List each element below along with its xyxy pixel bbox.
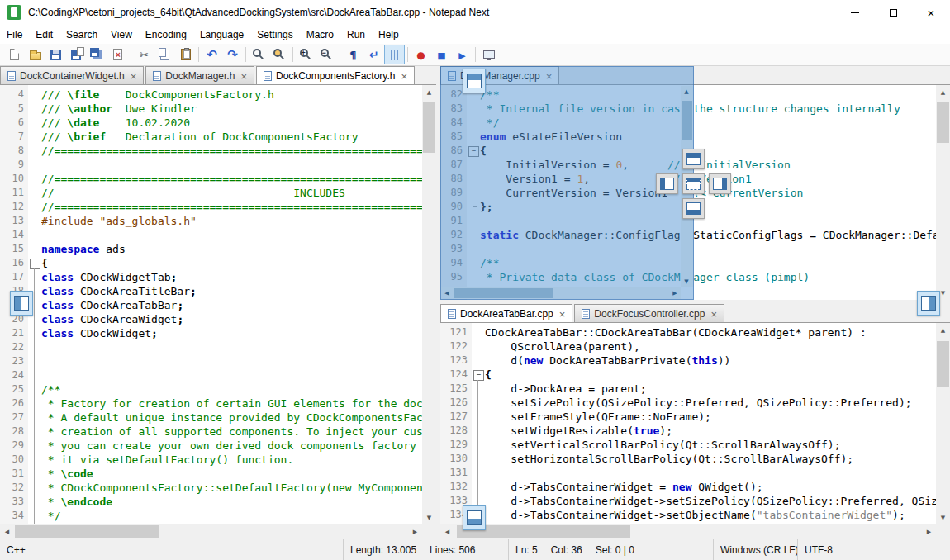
dock-edge-indicator-top[interactable] [463,69,486,93]
dock-edge-indicator-bottom[interactable] [463,505,486,530]
copy-button[interactable] [154,45,175,64]
scroll-left-icon[interactable]: ◀ [0,524,14,539]
dock-edge-indicator-left[interactable] [10,291,33,316]
fold-margin [28,242,41,256]
tab-close-icon[interactable]: × [559,309,566,320]
scrollbar-thumb[interactable] [423,102,435,153]
code-text: * \endcode [41,495,422,509]
code-editor-dockcomponentsfactory[interactable]: 4/// \file DockComponentsFactory.h5/// \… [0,85,436,539]
replace-button[interactable] [269,45,290,64]
paste-button[interactable] [175,45,196,64]
tab-dockcomponentsfactory.h[interactable]: DockComponentsFactory.h× [256,66,415,85]
drop-area-right[interactable] [709,173,731,194]
left-tab-bar: DockContainerWidget.h×DockManager.h×Dock… [0,66,436,85]
vertical-scrollbar[interactable]: ▲ ▼ [936,85,950,300]
close-file-button[interactable] [107,45,128,64]
menu-item-language[interactable]: Language [193,25,250,44]
window-title: C:\CodingXP\cetoni_projects_64bit\QtAdva… [28,7,836,18]
scroll-down-icon[interactable]: ▼ [422,510,436,524]
single-view-button[interactable] [478,45,499,64]
macro-stop-button[interactable] [431,45,452,64]
tab-close-icon[interactable]: × [401,71,407,82]
code-line: 4/// \file DockComponentsFactory.h [0,88,422,102]
macro-play-button[interactable] [452,45,473,64]
dock-top-icon [467,74,482,88]
line-number: 131 [440,466,472,480]
scroll-right-icon[interactable]: ▶ [408,524,422,539]
show-all-characters-button[interactable] [343,45,363,64]
zoom-out-button[interactable] [316,45,337,64]
save-file-button[interactable] [45,45,66,64]
code-editor-dockareatabbar[interactable]: 121CDockAreaTabBar::CDockAreaTabBar(CDoc… [440,323,950,539]
scrollbar-thumb[interactable] [15,525,159,538]
menu-item-view[interactable]: View [104,25,139,44]
drop-area-bottom[interactable] [682,198,705,219]
tab-close-icon[interactable]: × [131,71,137,82]
left-code[interactable]: 4/// \file DockComponentsFactory.h5/// \… [0,85,422,524]
scroll-left-icon[interactable]: ◀ [440,524,454,539]
code-line: 129 setVerticalScrollBarPolicy(Qt::Scrol… [440,438,936,452]
fold-marker[interactable] [28,256,41,270]
tab-dockmanager.h[interactable]: DockManager.h× [145,66,254,85]
fold-marker[interactable] [472,368,485,382]
status-text: Windows (CR LF) [720,544,798,556]
status-text: Length: 13.005 [350,544,416,556]
save-all-button[interactable] [87,45,107,64]
scrollbar-thumb[interactable] [937,341,949,387]
menu-item-encoding[interactable]: Encoding [139,25,193,44]
code-line: 14 [0,228,422,242]
line-number: 29 [0,439,28,453]
tab-close-icon[interactable]: × [710,309,717,320]
scroll-right-icon[interactable]: ▶ [922,524,936,539]
word-wrap-button[interactable] [363,45,384,64]
indentation-guides-button[interactable] [384,45,405,64]
save-file-icon [50,50,61,60]
bottom-right-code[interactable]: 121CDockAreaTabBar::CDockAreaTabBar(CDoc… [440,323,936,524]
tab-dockfocuscontroller.cpp[interactable]: DockFocusController.cpp× [574,304,724,323]
menu-item-settings[interactable]: Settings [250,25,299,44]
drop-area-center[interactable] [682,173,705,194]
menu-item-macro[interactable]: Macro [300,25,340,44]
line-number: 123 [440,354,472,368]
tab-dockcontainerwidget.h[interactable]: DockContainerWidget.h× [0,66,144,85]
find-button[interactable] [249,45,269,64]
minimize-button[interactable] [836,0,874,25]
tab-dockareatabbar.cpp[interactable]: DockAreaTabBar.cpp× [440,304,572,323]
menu-item-edit[interactable]: Edit [29,25,59,44]
line-number: 33 [0,495,28,509]
menu-item-file[interactable]: File [0,25,29,44]
scrollbar-thumb[interactable] [937,102,949,143]
new-file-button[interactable] [4,45,25,64]
save-copy-button[interactable] [66,45,87,64]
code-text: * Factory for creation of certain GUI el… [41,396,422,411]
open-file-button[interactable] [25,45,45,64]
zoom-in-button[interactable] [296,45,316,64]
scroll-up-icon[interactable]: ▲ [936,323,950,337]
scroll-up-icon[interactable]: ▲ [422,85,436,99]
vertical-scrollbar[interactable]: ▲ ▼ [422,85,436,524]
toolbar-separator [292,47,293,62]
code-line: 27 * A default unique instance provided … [0,411,422,425]
maximize-button[interactable] [874,0,912,25]
menu-item-search[interactable]: Search [59,25,104,44]
line-number: 24 [0,368,28,382]
cut-button[interactable] [134,45,154,64]
vertical-scrollbar[interactable]: ▲ ▼ [936,323,950,524]
horizontal-scrollbar[interactable]: ◀ ▶ [440,524,936,539]
tab-close-icon[interactable]: × [240,71,247,82]
code-line: 9 [0,158,422,172]
redo-button[interactable] [222,45,243,64]
macro-record-button[interactable] [411,45,431,64]
scroll-up-icon[interactable]: ▲ [936,85,950,99]
horizontal-scrollbar[interactable]: ◀ ▶ [0,524,422,539]
drop-area-left[interactable] [656,173,678,194]
drop-area-top[interactable] [682,149,705,169]
menu-item-help[interactable]: Help [372,25,406,44]
undo-button[interactable] [202,45,222,64]
code-line: 33 * \endcode [0,495,422,509]
menu-item-run[interactable]: Run [340,25,372,44]
close-button[interactable]: × [912,0,950,25]
dock-edge-indicator-right[interactable] [917,291,940,316]
scroll-down-icon[interactable]: ▼ [936,510,950,524]
code-line: 6/// \date 10.02.2020 [0,116,422,130]
